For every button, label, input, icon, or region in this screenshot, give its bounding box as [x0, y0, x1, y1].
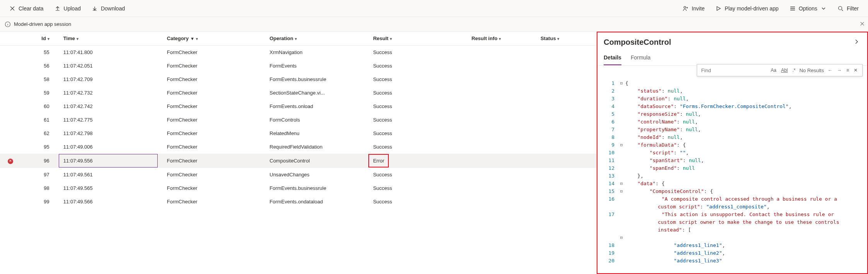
fold-toggle: [618, 195, 625, 211]
tab-formula[interactable]: Formula: [631, 51, 650, 65]
match-case-icon[interactable]: Aa: [770, 67, 777, 74]
line-number: 17: [597, 211, 618, 234]
cell-category: FormChecker: [162, 140, 265, 154]
events-grid[interactable]: Id▾ Time▾ Category▼▾ Operation▾ Result▾ …: [0, 32, 597, 274]
chevron-down-icon: ▾: [77, 37, 78, 41]
table-row[interactable]: ✕9611:07:49.556FormCheckerCompositeContr…: [0, 154, 596, 168]
table-row[interactable]: 9911:07:49.566FormCheckerFormEvents.onda…: [0, 195, 596, 208]
session-label: Model-driven app session: [14, 21, 71, 27]
code-line: 11 "spanStart": null,: [597, 157, 867, 164]
whole-word-icon[interactable]: Abl: [780, 67, 788, 74]
table-row[interactable]: 9511:07:49.006FormCheckerRequiredFieldVa…: [0, 140, 596, 154]
error-icon: ✕: [8, 159, 13, 164]
table-row[interactable]: 5811:07:42.709FormCheckerFormEvents.busi…: [0, 73, 596, 86]
cell-id: 98: [21, 181, 59, 195]
cell-status: [536, 127, 596, 140]
code-line: 4 "dataSource": "Forms.FormChecker.Compo…: [597, 103, 867, 110]
cell-operation: CompositeControl: [265, 154, 369, 168]
code-line: 9⊟ "formulaData": {: [597, 141, 867, 149]
upload-button[interactable]: Upload: [50, 3, 85, 14]
line-number: 20: [597, 257, 618, 265]
table-row[interactable]: 9811:07:49.565FormCheckerFormEvents.busi…: [0, 181, 596, 195]
column-operation[interactable]: Operation▾: [265, 32, 369, 46]
cell-result-info: [467, 181, 536, 195]
column-time[interactable]: Time▾: [59, 32, 162, 46]
table-row[interactable]: 6011:07:42.742FormCheckerFormEvents.onlo…: [0, 100, 596, 113]
tab-details[interactable]: Details: [604, 51, 621, 65]
column-id[interactable]: Id▾: [21, 32, 59, 46]
cell-result-info: [467, 86, 536, 100]
cell-category: FormChecker: [162, 181, 265, 195]
fold-toggle: [618, 110, 625, 118]
cell-time: 11:07:49.556: [59, 154, 162, 168]
code-line: 5 "responseSize": null,: [597, 110, 867, 118]
table-row[interactable]: 5511:07:41.800FormCheckerXrmNavigationSu…: [0, 46, 596, 59]
find-close-button[interactable]: ✕: [853, 67, 858, 74]
fold-toggle[interactable]: ⊟: [618, 180, 625, 188]
invite-button[interactable]: Invite: [678, 3, 709, 14]
fold-toggle[interactable]: ⊟: [618, 234, 625, 242]
code-line: 12 "spanEnd": null: [597, 164, 867, 172]
chevron-down-icon: ▾: [557, 37, 559, 41]
cell-id: 58: [21, 73, 59, 86]
code-content: "propertyName": null,: [625, 126, 701, 134]
cell-time: 11:07:42.709: [59, 73, 162, 86]
column-category[interactable]: Category▼▾: [162, 32, 265, 46]
panel-collapse-button[interactable]: [852, 37, 861, 47]
find-next-button[interactable]: →: [836, 67, 842, 74]
fold-toggle[interactable]: ⊟: [618, 79, 625, 87]
close-session-button[interactable]: [859, 21, 865, 27]
clear-data-button[interactable]: Clear data: [5, 3, 48, 14]
play-app-button[interactable]: Play model-driven app: [711, 3, 783, 14]
line-number: 5: [597, 110, 618, 118]
cell-time: 11:07:42.742: [59, 100, 162, 113]
table-row[interactable]: 6111:07:42.775FormCheckerFormControlsSuc…: [0, 113, 596, 127]
cell-operation: XrmNavigation: [265, 46, 369, 59]
line-number: 2: [597, 87, 618, 95]
cell-operation: FormEvents: [265, 59, 369, 73]
regex-icon[interactable]: .*: [791, 67, 796, 74]
cell-operation: RequiredFieldValidation: [265, 140, 369, 154]
cell-status: [536, 168, 596, 181]
find-input[interactable]: [701, 68, 767, 73]
download-label: Download: [101, 5, 125, 12]
chevron-right-icon: [853, 39, 859, 45]
filter-icon: ▼: [190, 36, 194, 41]
column-result-info[interactable]: Result info▾: [467, 32, 536, 46]
options-button[interactable]: Options: [785, 3, 831, 14]
chevron-down-icon: ▾: [499, 37, 501, 41]
column-result[interactable]: Result▾: [368, 32, 467, 46]
cell-operation: FormEvents.businessrule: [265, 73, 369, 86]
find-prev-button[interactable]: ←: [827, 67, 833, 74]
code-line: 1⊟{: [597, 79, 867, 87]
fold-toggle[interactable]: ⊟: [618, 188, 625, 195]
line-number: 4: [597, 103, 618, 110]
cell-id: 55: [21, 46, 59, 59]
code-line: ⊟: [597, 234, 867, 242]
cell-category: FormChecker: [162, 59, 265, 73]
chevron-down-icon: ▾: [390, 37, 392, 41]
table-row[interactable]: 5911:07:42.732FormCheckerSectionStateCha…: [0, 86, 596, 100]
code-line: 14⊟ "data": {: [597, 180, 867, 188]
cell-result: Success: [368, 73, 467, 86]
find-selection-icon[interactable]: ≡: [846, 67, 850, 74]
table-row[interactable]: 5611:07:42.051FormCheckerFormEventsSucce…: [0, 59, 596, 73]
cell-id: 59: [21, 86, 59, 100]
json-viewer[interactable]: 1⊟{2 "status": null,3 "duration": null,4…: [597, 78, 867, 273]
fold-toggle: [618, 118, 625, 126]
line-number: 10: [597, 149, 618, 157]
download-button[interactable]: Download: [87, 3, 129, 14]
cell-id: 97: [21, 168, 59, 181]
column-status-icon[interactable]: [0, 32, 21, 46]
table-row[interactable]: 9711:07:49.561FormCheckerUnsavedChangesS…: [0, 168, 596, 181]
fold-toggle[interactable]: ⊟: [618, 141, 625, 149]
table-row[interactable]: 6211:07:42.798FormCheckerRelatedMenuSucc…: [0, 127, 596, 140]
filter-button[interactable]: Filter: [833, 3, 863, 14]
cell-status: [536, 73, 596, 86]
cell-result-info: [467, 113, 536, 127]
chevron-down-icon: ▾: [295, 37, 297, 41]
column-status[interactable]: Status▾: [536, 32, 596, 46]
code-line: 3 "duration": null,: [597, 95, 867, 103]
line-number: 15: [597, 188, 618, 195]
cell-time: 11:07:49.561: [59, 168, 162, 181]
